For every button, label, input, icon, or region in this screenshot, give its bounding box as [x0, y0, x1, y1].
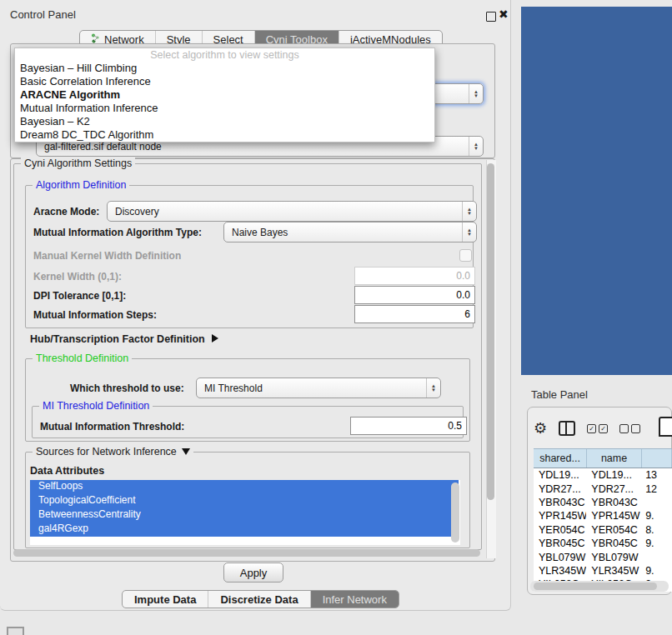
kernel-width-field[interactable]: 0.0 [354, 267, 475, 285]
close-icon[interactable]: ✖ [499, 8, 509, 21]
table-row[interactable]: YDL19...YDL19...13 [534, 468, 672, 482]
popup-item[interactable]: Basic Correlation Inference [15, 75, 434, 88]
collapsed-arrow-icon [212, 334, 218, 342]
table-row[interactable]: YER054CYER054C8. [534, 523, 672, 537]
attribute-item[interactable]: gal4RGexp [30, 522, 459, 537]
table-row[interactable]: YBR043CYBR043C [534, 496, 672, 509]
table-hscrollbar-thumb[interactable] [534, 582, 657, 590]
data-attributes-label: Data Attributes [30, 465, 104, 477]
aracne-mode-label: Aracne Mode: [33, 206, 99, 218]
bottom-tab-impute-data[interactable]: Impute Data [123, 591, 208, 608]
manual-kernel-checkbox[interactable] [459, 249, 472, 262]
table-rows: YDL19...YDL19...13YDR27...YDR27...12YBR0… [534, 468, 672, 592]
table-sheet-icon[interactable] [659, 417, 672, 437]
expanded-arrow-icon [182, 448, 190, 455]
table-toolbar: ⚙ ✓✓ [534, 418, 640, 438]
popup-item[interactable]: Mutual Information Inference [15, 102, 434, 115]
attribute-item[interactable]: SelfLoops [30, 480, 459, 494]
collapsed-panel-icon[interactable] [7, 627, 24, 635]
mi-type-label: Mutual Information Algorithm Type: [33, 227, 202, 238]
table-row[interactable]: YDR27...YDR27...12 [534, 482, 672, 495]
attribute-item[interactable]: BetweennessCentrality [30, 508, 459, 522]
aracne-mode-combo[interactable]: Discovery ▲▼ [107, 201, 477, 222]
column-header[interactable] [642, 449, 672, 468]
table-panel-title: Table Panel [531, 388, 588, 401]
combo-spinner-icon: ▲▼ [462, 202, 476, 221]
apply-button[interactable]: Apply [223, 562, 283, 582]
column-header[interactable]: name [587, 449, 642, 468]
popup-placeholder: Select algorithm to view settings [15, 48, 434, 62]
mi-algorithm-type-combo[interactable]: Naive Bayes ▲▼ [223, 222, 477, 242]
control-panel: Control Panel ✖ NetworkStyleSelectCyni T… [0, 0, 511, 611]
combo-spinner-icon: ▲▼ [462, 222, 476, 242]
dpi-tolerance-field[interactable]: 0.0 [354, 286, 475, 304]
popup-item-list: Bayesian – Hill ClimbingBasic Correlatio… [15, 62, 434, 142]
dpi-tolerance-label: DPI Tolerance [0,1]: [33, 290, 126, 302]
popup-item[interactable]: Bayesian – Hill Climbing [15, 62, 434, 75]
data-attributes-list[interactable]: SelfLoopsTopologicalCoefficientBetweenne… [30, 480, 460, 545]
kernel-width-label: Kernel Width (0,1): [33, 271, 122, 282]
which-threshold-label: Which threshold to use: [70, 382, 184, 394]
panel-title: Control Panel [10, 8, 76, 21]
combo-spinner-icon: ▲▼ [426, 378, 440, 398]
popup-item[interactable]: Bayesian – K2 [15, 115, 434, 128]
mi-threshold-label: Mutual Information Threshold: [40, 421, 184, 432]
popup-item[interactable]: ARACNE Algorithm [15, 88, 434, 102]
algorithm-dropdown-popup: Select algorithm to view settings Bayesi… [14, 48, 435, 142]
settings-hscrollbar-thumb[interactable] [13, 549, 480, 557]
bottom-tab-discretize-data[interactable]: Discretize Data [208, 591, 310, 608]
column-header[interactable]: shared... [534, 449, 587, 468]
table-header-row: shared...name [534, 448, 672, 468]
table-row[interactable]: YBL079WYBL079W [534, 550, 672, 563]
combo-spinner-icon: ▲▼ [469, 84, 483, 103]
deselect-all-checkboxes-icon[interactable] [619, 424, 640, 433]
hub-definition-toggle[interactable]: Hub/Transcription Factor Definition [30, 333, 218, 345]
mi-steps-label: Mutual Information Steps: [33, 309, 157, 321]
manual-kernel-label: Manual Kernel Width Definition [33, 250, 181, 262]
attributes-scrollbar[interactable] [451, 482, 459, 542]
settings-vscrollbar-thumb[interactable] [487, 163, 494, 500]
popup-item[interactable]: Dream8 DC_TDC Algorithm [15, 128, 434, 142]
bottom-tab-infer-network[interactable]: Infer Network [311, 591, 399, 608]
table-row[interactable]: YPR145WYPR145W9. [534, 509, 672, 522]
table-row[interactable]: YLR345WYLR345W9. [534, 564, 672, 578]
mi-steps-field[interactable]: 6 [354, 305, 475, 323]
select-all-checkboxes-icon[interactable]: ✓✓ [587, 424, 608, 433]
float-window-icon[interactable] [486, 12, 496, 22]
table-row[interactable]: YBR045CYBR045C9. [534, 537, 672, 550]
mi-threshold-field[interactable]: 0.5 [350, 417, 467, 435]
network-view-container: GALGAL80GAL10GAL1GAL11SWI4GAL4GCY1HAP4YH… [521, 7, 672, 375]
columns-icon[interactable] [559, 421, 575, 436]
gear-icon[interactable]: ⚙ [534, 421, 547, 436]
node-table: shared...name YDL19...YDL19...13YDR27...… [534, 448, 672, 592]
combo-spinner-icon: ▲▼ [469, 137, 483, 156]
which-threshold-combo[interactable]: MI Threshold ▲▼ [196, 378, 441, 398]
attribute-item[interactable]: TopologicalCoefficient [30, 494, 459, 508]
cyni-bottom-tabs: Impute DataDiscretize DataInfer Network [122, 590, 399, 608]
